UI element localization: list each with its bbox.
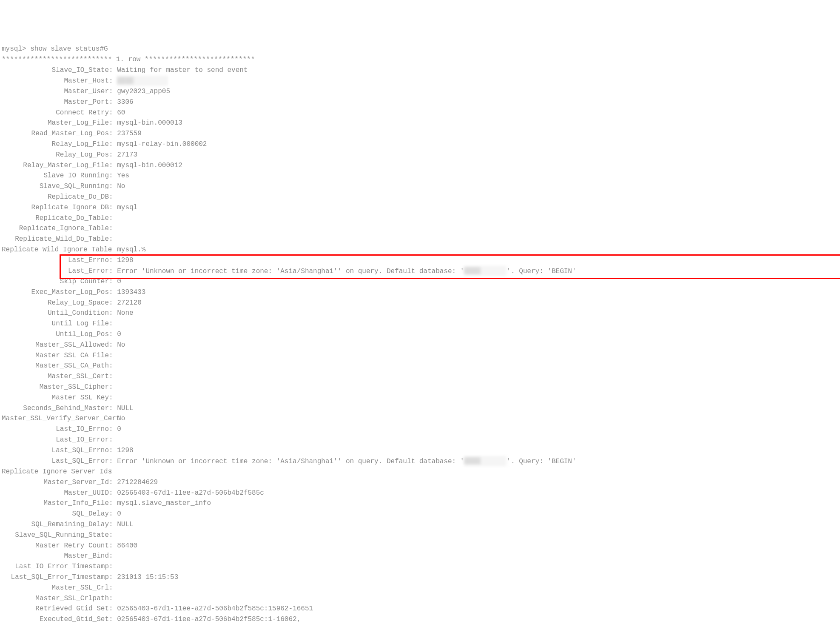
status-field-label: Retrieved_Gtid_Set <box>2 604 109 614</box>
status-field-row: Master_SSL_CA_File: <box>2 350 838 361</box>
colon-separator: : <box>109 130 117 137</box>
status-field-label: Replicate_Ignore_Table <box>2 223 109 234</box>
status-field-row: Relay_Log_Pos: 27173 <box>2 150 838 160</box>
status-field-label: Master_Port <box>2 97 109 108</box>
status-field-row: Master_Port: 3306 <box>2 97 838 108</box>
colon-separator: : <box>109 415 117 422</box>
status-field-label: Replicate_Ignore_DB <box>2 202 109 213</box>
colon-separator: : <box>109 468 117 476</box>
status-field-value: NULL <box>117 521 133 528</box>
colon-separator: : <box>109 605 117 613</box>
colon-separator: : <box>109 320 117 328</box>
status-field-label: Relay_Log_File <box>2 139 109 150</box>
status-field-row: Master_Info_File: mysql.slave_master_inf… <box>2 498 838 509</box>
colon-separator: : <box>109 457 117 465</box>
status-field-row: Master_SSL_Verify_Server_Cert: No <box>2 413 838 424</box>
colon-separator: : <box>109 288 117 296</box>
status-field-value: 1393433 <box>117 288 145 296</box>
colon-separator: : <box>109 362 117 370</box>
colon-separator: : <box>109 109 117 117</box>
status-field-row: Connect_Retry: 60 <box>2 108 838 118</box>
status-field-row: Exec_Master_Log_Pos: 1393433 <box>2 287 838 298</box>
status-field-label: Replicate_Do_Table <box>2 213 109 224</box>
status-field-label: Master_SSL_Cipher <box>2 382 109 393</box>
status-field-row: Last_IO_Error_Timestamp: <box>2 561 838 572</box>
status-field-label: Last_SQL_Error_Timestamp <box>2 572 109 583</box>
colon-separator: : <box>109 204 117 211</box>
colon-separator: : <box>109 77 117 85</box>
status-field-value-pre: Error 'Unknown or incorrect time zone: '… <box>117 457 464 465</box>
status-field-row: Replicate_Ignore_Table: <box>2 223 838 234</box>
status-field-label: Until_Log_Pos <box>2 329 109 340</box>
colon-separator: : <box>109 151 117 159</box>
colon-separator: : <box>109 162 117 169</box>
status-field-row: Master_SSL_Key: <box>2 393 838 403</box>
status-field-row: Master_SSL_Crlpath: <box>2 593 838 604</box>
status-field-row: Master_Log_File: mysql-bin.000013 <box>2 118 838 128</box>
colon-separator: : <box>109 235 117 243</box>
status-field-label: Master_SSL_Crlpath <box>2 593 109 604</box>
status-field-row: Skip_Counter: 0 <box>2 276 838 287</box>
colon-separator: : <box>109 246 117 254</box>
colon-separator: : <box>109 88 117 95</box>
status-field-value-pre: Error 'Unknown or incorrect time zone: '… <box>117 267 464 275</box>
status-field-value: 0 <box>117 278 121 285</box>
colon-separator: : <box>109 278 117 285</box>
status-field-row: Replicate_Do_DB: <box>2 192 838 202</box>
status-field-value: 86400 <box>117 542 137 550</box>
colon-separator: : <box>109 436 117 444</box>
status-field-label: SQL_Remaining_Delay <box>2 519 109 530</box>
colon-separator: : <box>109 394 117 402</box>
status-field-row: Master_UUID: 02565403-67d1-11ee-a27d-506… <box>2 488 838 499</box>
colon-separator: : <box>109 447 117 454</box>
status-field-row: Master_SSL_Allowed: No <box>2 340 838 350</box>
status-field-row: Replicate_Wild_Do_Table: <box>2 234 838 245</box>
status-field-row: Master_SSL_Cert: <box>2 371 838 382</box>
status-field-value: Waiting for master to send event <box>117 66 248 74</box>
status-field-value: Yes <box>117 172 129 180</box>
status-field-label: Read_Master_Log_Pos <box>2 128 109 139</box>
status-field-row: Replicate_Ignore_DB: mysql <box>2 202 838 213</box>
status-field-label: Last_SQL_Errno <box>2 445 109 456</box>
colon-separator: : <box>109 331 117 338</box>
colon-separator: : <box>109 267 117 275</box>
status-field-label: Master_Info_File <box>2 498 109 509</box>
status-field-row: Until_Condition: None <box>2 308 838 319</box>
colon-separator: : <box>109 256 117 264</box>
status-field-value: mysql.slave_master_info <box>117 499 211 507</box>
status-field-row: Seconds_Behind_Master: NULL <box>2 403 838 414</box>
status-field-label: Replicate_Ignore_Server_Ids <box>2 467 109 477</box>
colon-separator: : <box>109 98 117 106</box>
colon-separator: : <box>109 584 117 592</box>
status-field-value-post: '. Query: 'BEGIN' <box>507 457 576 465</box>
colon-separator: : <box>109 595 117 602</box>
status-field-label: Relay_Master_Log_File <box>2 160 109 171</box>
status-field-value: mysql.% <box>117 246 145 254</box>
status-field-row: Slave_IO_State: Waiting for master to se… <box>2 65 838 76</box>
status-field-value: 0 <box>117 510 121 518</box>
status-field-row: Replicate_Wild_Ignore_Table: mysql.% <box>2 245 838 255</box>
status-field-value: No <box>117 415 125 422</box>
status-field-label: Last_IO_Error <box>2 435 109 445</box>
redacted-value: ████ <box>464 456 507 467</box>
status-field-row: SQL_Remaining_Delay: NULL <box>2 519 838 530</box>
status-field-label: Slave_SQL_Running_State <box>2 530 109 541</box>
status-field-label: Seconds_Behind_Master <box>2 403 109 414</box>
status-field-value: 02565403-67d1-11ee-a27d-506b4b2f585c:1-1… <box>117 615 301 623</box>
status-field-value: NULL <box>117 405 133 412</box>
status-field-label: Master_SSL_CA_File <box>2 350 109 361</box>
colon-separator: : <box>109 119 117 127</box>
status-field-label: Master_Retry_Count <box>2 541 109 551</box>
colon-separator: : <box>109 373 117 380</box>
status-field-label: Last_IO_Errno <box>2 424 109 435</box>
status-field-label: Master_SSL_Verify_Server_Cert <box>2 413 109 424</box>
status-field-value: gwy2023_app05 <box>117 88 170 95</box>
status-field-label: SQL_Delay <box>2 509 109 519</box>
status-field-row: Last_Errno: 1298 <box>2 255 838 266</box>
status-field-label: Master_Bind <box>2 551 109 561</box>
status-field-value: mysql-relay-bin.000002 <box>117 140 207 148</box>
status-field-label: Master_Log_File <box>2 118 109 128</box>
colon-separator: : <box>109 510 117 518</box>
status-field-row: Master_User: gwy2023_app05 <box>2 86 838 97</box>
status-field-row: Until_Log_File: <box>2 319 838 329</box>
